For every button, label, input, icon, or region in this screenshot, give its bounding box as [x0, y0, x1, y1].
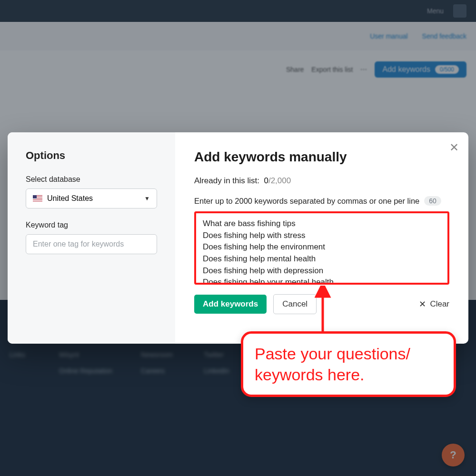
already-current: 0	[264, 176, 268, 185]
database-value: United States	[47, 194, 93, 203]
annotation-callout: Paste your questions/ keywords here.	[241, 331, 456, 397]
tag-label: Keyword tag	[26, 221, 157, 229]
modal-main: ✕ Add keywords manually Already in this …	[175, 132, 468, 344]
keywords-textarea[interactable]	[196, 213, 447, 283]
cancel-button[interactable]: Cancel	[273, 294, 317, 314]
chevron-down-icon: ▼	[144, 195, 150, 202]
db-label: Select database	[26, 175, 157, 184]
clear-icon: ✕	[419, 299, 426, 309]
modal-actions: Add keywords Cancel ✕ Clear	[194, 294, 449, 314]
close-icon: ✕	[449, 141, 459, 154]
modal-title: Add keywords manually	[194, 149, 449, 165]
clear-button[interactable]: ✕ Clear	[419, 299, 449, 309]
keywords-textarea-highlight	[194, 211, 449, 285]
add-keywords-modal: Options Select database United States ▼ …	[8, 132, 468, 344]
already-max: 2,000	[271, 176, 291, 185]
keyword-tag-input[interactable]	[26, 234, 157, 254]
modal-sidebar: Options Select database United States ▼ …	[8, 132, 175, 344]
options-title: Options	[26, 149, 157, 162]
already-in-list: Already in this list: 0/2,000	[194, 176, 449, 186]
flag-us-icon	[33, 195, 42, 202]
keyword-count-pill: 60	[424, 196, 441, 206]
add-keywords-button[interactable]: Add keywords	[194, 295, 267, 314]
annotation-text: Paste your questions/ keywords here.	[255, 343, 442, 385]
enter-instruction: Enter up to 2000 keywords separated by c…	[194, 196, 449, 206]
database-select[interactable]: United States ▼	[26, 188, 157, 208]
close-button[interactable]: ✕	[449, 141, 459, 154]
